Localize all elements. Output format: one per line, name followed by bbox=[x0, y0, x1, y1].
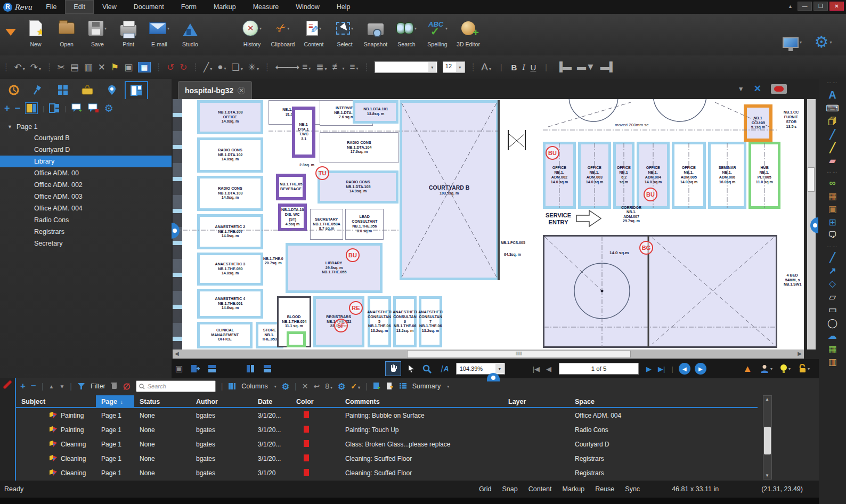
room-radio-cons-102[interactable]: RADIO CONSNB.1.DTA.10214.0sq. m bbox=[197, 137, 263, 173]
move-up-icon[interactable]: ▲ bbox=[49, 384, 54, 389]
markup-row-3[interactable]: CleaningPage 1Nonebgates3/1/20...Glass: … bbox=[16, 437, 758, 451]
room-office-adm002[interactable]: OFFICENB.1.ADM.00214.0 sq.m bbox=[543, 142, 576, 209]
vscroll-thumb[interactable] bbox=[808, 167, 815, 192]
room-beverage[interactable]: NB.1.THE.05BEVERAGE bbox=[276, 174, 306, 200]
status-toggle-content[interactable]: Content bbox=[528, 485, 552, 493]
room-anaesthetic-consultant-6[interactable]: ANAESTHETICONSULTAN6NB.1.THE.0613.2sq. m bbox=[393, 296, 417, 347]
tree-collapse-icon[interactable]: ▼ bbox=[7, 124, 12, 129]
save-button[interactable]: ▾ Save bbox=[82, 14, 113, 47]
reply-icon[interactable]: ↩ bbox=[313, 382, 320, 391]
room-anaesthetic-3[interactable]: ANAESTHETIC 3NB.1.THE.05014.0sq. m bbox=[197, 253, 263, 286]
column-header-layer[interactable]: Layer bbox=[503, 398, 570, 405]
tab-close-icon[interactable]: ✕ bbox=[238, 87, 245, 94]
page-indicator-input[interactable]: 1 of 5 bbox=[559, 363, 639, 375]
status-toggle-markup[interactable]: Markup bbox=[563, 485, 585, 493]
scroll-left-icon[interactable]: ◀ bbox=[175, 351, 179, 356]
space-item-library[interactable]: Library bbox=[0, 156, 172, 167]
copy-icon[interactable]: ▤ bbox=[70, 62, 79, 73]
bullet-list-icon[interactable]: ≡▾ bbox=[302, 62, 311, 72]
callout-add-tool-icon[interactable]: 🗨 bbox=[828, 231, 837, 240]
rail-drag-handle[interactable]: ⋯⋯ bbox=[827, 80, 839, 85]
room-secretary-nb1the058a[interactable]: SECRETARYNB.1.THE.058A8.7 sq.m bbox=[310, 209, 343, 240]
room-office-adm005[interactable]: OFFICENB.1.ADM.00514.0 sq.m bbox=[672, 142, 706, 209]
eraser-tool-icon[interactable]: ▰ bbox=[829, 156, 836, 165]
space-item-registrars[interactable]: Registrars bbox=[0, 226, 172, 238]
split-vertical-icon[interactable] bbox=[246, 364, 255, 373]
hscroll-thumb[interactable]: ⦀⦀⦀ bbox=[407, 350, 631, 358]
tab-tool-chest[interactable] bbox=[76, 81, 99, 99]
align-center-icon[interactable]: ▬▼ bbox=[577, 62, 595, 72]
attach-tool-icon[interactable]: ▣ bbox=[828, 205, 836, 214]
menu-file[interactable]: File bbox=[37, 0, 65, 14]
ellipse-tool-icon[interactable]: ◯ bbox=[827, 319, 837, 328]
typewriter-tool-icon[interactable]: ⌨ bbox=[826, 104, 839, 113]
markup-row-1[interactable]: PaintingPage 1Nonebgates3/1/20...Paintin… bbox=[16, 408, 758, 422]
filter-button[interactable] bbox=[77, 382, 85, 391]
column-header-subject[interactable]: Subject bbox=[16, 398, 96, 405]
clear-filter-icon[interactable] bbox=[111, 381, 118, 391]
line-tool-icon[interactable]: ╱▾ bbox=[204, 62, 212, 73]
column-header-color[interactable]: Color bbox=[291, 398, 340, 405]
restore-button[interactable]: ❐ bbox=[814, 2, 828, 11]
toolbar-overflow-icon[interactable] bbox=[5, 29, 16, 36]
export-markups-icon[interactable] bbox=[386, 382, 394, 391]
polygon-tool-icon[interactable]: ▱ bbox=[829, 292, 836, 302]
markups-search-input[interactable]: Search bbox=[136, 380, 216, 392]
line-markup-tool-icon[interactable]: ╱ bbox=[829, 253, 835, 262]
profile-button[interactable]: ▾ bbox=[760, 364, 772, 373]
clear-selection-icon[interactable]: ✕ bbox=[302, 382, 308, 391]
menu-document[interactable]: Document bbox=[125, 0, 173, 14]
select-cursor-button[interactable] bbox=[408, 364, 415, 373]
highlight-spaces-button[interactable] bbox=[25, 102, 38, 114]
flip-left-icon[interactable]: ↺ bbox=[167, 62, 174, 73]
room-anaesthetic-2[interactable]: ANAESTHETIC 2NB.1.THE.05714.0sq. m bbox=[197, 214, 263, 249]
text-select-button[interactable]: ᛁA bbox=[439, 364, 449, 373]
room-courtyard-b[interactable]: COURTYARD B103.5sq. m bbox=[400, 100, 499, 280]
space-item-secretary[interactable]: Secretary bbox=[0, 238, 172, 249]
outdent-icon[interactable]: ≢▾ bbox=[332, 62, 344, 72]
room-anaesthetic-consultant-5[interactable]: ANAESTHETICONSULTAN5NB.1.THE.0613.2sq. m bbox=[368, 296, 391, 347]
zoom-tool-button[interactable] bbox=[422, 364, 432, 373]
columns-button[interactable] bbox=[228, 382, 236, 391]
menu-help[interactable]: Help bbox=[328, 0, 359, 14]
column-header-date[interactable]: Date bbox=[253, 398, 291, 405]
scroll-down-icon[interactable]: ▼ bbox=[765, 473, 769, 478]
open-button[interactable]: Open bbox=[51, 14, 82, 47]
room-radio-cons-105[interactable]: RADIO CONSNB.1.DTA.10514.9sq. m bbox=[318, 170, 398, 204]
room-clinical-management-office[interactable]: CLINICALMANAGEMENTOFFICE bbox=[197, 322, 253, 348]
import-markups-icon[interactable] bbox=[373, 382, 381, 391]
next-page-icon[interactable]: ▶ bbox=[646, 365, 652, 373]
snapshot-small-icon[interactable]: ▣ bbox=[124, 62, 133, 73]
room-office-adm004[interactable]: OFFICENB.1.ADM.00414.0 sq.m bbox=[637, 142, 670, 209]
flip-right-icon[interactable]: ↻ bbox=[180, 62, 187, 73]
floorplan-canvas[interactable]: NB.1.DTA.108OFFICE14.0sq. mRADIO CONSNB.… bbox=[173, 99, 804, 349]
link-rows-icon[interactable]: 8▾ bbox=[325, 382, 332, 391]
spelling-button[interactable]: ABC✓▾ Spelling bbox=[422, 14, 453, 47]
first-page-icon[interactable]: |◀ bbox=[533, 365, 540, 373]
checkmark-status-icon[interactable]: ✓▾ bbox=[351, 382, 360, 391]
link-tool-icon[interactable]: ∞ bbox=[829, 178, 835, 188]
align-left-icon[interactable]: ▐▬ bbox=[556, 62, 572, 72]
markups-scroll-thumb[interactable] bbox=[764, 427, 771, 454]
add-markup-to-space-button[interactable]: + bbox=[71, 103, 83, 113]
space-item-office-adm-004[interactable]: Office ADM. 004 bbox=[0, 202, 172, 214]
history-button[interactable]: ▾ History bbox=[237, 14, 267, 47]
record-button[interactable] bbox=[771, 84, 787, 94]
continuous-page-icon[interactable] bbox=[207, 364, 217, 373]
split-horizontal-icon[interactable] bbox=[263, 364, 272, 373]
menu-view[interactable]: View bbox=[94, 0, 125, 14]
space-item-office-adm-002[interactable]: Office ADM. 002 bbox=[0, 179, 172, 191]
menu-form[interactable]: Form bbox=[173, 0, 205, 14]
remove-markup-from-space-button[interactable] bbox=[88, 103, 100, 113]
room-office-nb1dta108[interactable]: NB.1.DTA.108OFFICE14.0sq. m bbox=[197, 100, 263, 134]
status-toggle-grid[interactable]: Grid bbox=[479, 485, 492, 493]
new-button[interactable]: ★ New bbox=[20, 14, 51, 47]
room-nb1dta101[interactable]: NB.1.DTA.10113.8sq. m bbox=[353, 100, 398, 124]
summary-button[interactable] bbox=[399, 382, 407, 391]
markup-row-2[interactable]: PaintingPage 1Nonebgates3/1/20...Paintin… bbox=[16, 422, 758, 437]
snapshot-button[interactable]: Snapshot bbox=[360, 14, 391, 47]
minimize-button[interactable]: — bbox=[798, 2, 812, 11]
underline-icon[interactable]: U bbox=[530, 63, 536, 72]
status-toggle-snap[interactable]: Snap bbox=[502, 485, 518, 493]
markup-row-5[interactable]: CleaningPage 1Nonebgates3/1/20Cleaning: … bbox=[16, 466, 758, 479]
